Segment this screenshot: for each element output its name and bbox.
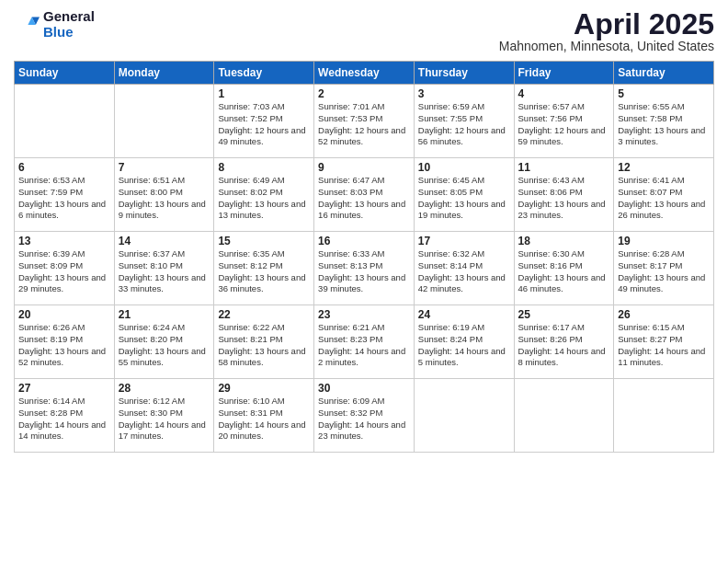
- day-number: 6: [18, 161, 110, 174]
- day-number: 7: [119, 161, 210, 174]
- logo-icon: [14, 12, 40, 38]
- day-info: Sunrise: 6:14 AMSunset: 8:28 PMDaylight:…: [18, 396, 110, 442]
- table-row: 16Sunrise: 6:33 AMSunset: 8:13 PMDayligh…: [314, 232, 415, 305]
- day-number: 11: [518, 161, 610, 174]
- col-friday: Friday: [514, 62, 614, 85]
- col-saturday: Saturday: [614, 62, 714, 85]
- logo: General Blue: [14, 9, 95, 40]
- table-row: 10Sunrise: 6:45 AMSunset: 8:05 PMDayligh…: [414, 158, 514, 232]
- logo-general: General: [43, 9, 95, 25]
- day-info: Sunrise: 6:39 AMSunset: 8:09 PMDaylight:…: [18, 248, 110, 295]
- day-number: 4: [518, 87, 610, 100]
- day-info: Sunrise: 6:10 AMSunset: 8:31 PMDaylight:…: [218, 396, 310, 442]
- day-info: Sunrise: 6:17 AMSunset: 8:26 PMDaylight:…: [518, 322, 610, 369]
- day-info: Sunrise: 6:53 AMSunset: 7:59 PMDaylight:…: [18, 175, 110, 222]
- calendar-week-5: 27Sunrise: 6:14 AMSunset: 8:28 PMDayligh…: [15, 379, 714, 453]
- col-monday: Monday: [114, 62, 214, 85]
- day-info: Sunrise: 6:35 AMSunset: 8:12 PMDaylight:…: [218, 248, 310, 295]
- day-number: 20: [18, 308, 110, 321]
- day-number: 16: [318, 235, 410, 247]
- table-row: [514, 379, 614, 453]
- table-row: 9Sunrise: 6:47 AMSunset: 8:03 PMDaylight…: [314, 158, 415, 232]
- table-row: 21Sunrise: 6:24 AMSunset: 8:20 PMDayligh…: [114, 305, 214, 379]
- table-row: 28Sunrise: 6:12 AMSunset: 8:30 PMDayligh…: [114, 379, 214, 453]
- table-row: 6Sunrise: 6:53 AMSunset: 7:59 PMDaylight…: [15, 158, 115, 232]
- day-number: 18: [518, 235, 610, 247]
- day-info: Sunrise: 6:47 AMSunset: 8:03 PMDaylight:…: [318, 175, 410, 222]
- day-info: Sunrise: 6:19 AMSunset: 8:24 PMDaylight:…: [418, 322, 510, 369]
- location-title: Mahnomen, Minnesota, United States: [499, 39, 714, 53]
- table-row: [614, 379, 714, 453]
- header: General Blue April 2025 Mahnomen, Minnes…: [14, 9, 714, 53]
- day-info: Sunrise: 6:43 AMSunset: 8:06 PMDaylight:…: [518, 175, 610, 222]
- table-row: 12Sunrise: 6:41 AMSunset: 8:07 PMDayligh…: [614, 158, 714, 232]
- day-info: Sunrise: 6:49 AMSunset: 8:02 PMDaylight:…: [218, 175, 310, 222]
- month-title: April 2025: [499, 9, 714, 39]
- day-number: 5: [618, 87, 710, 100]
- table-row: 1Sunrise: 7:03 AMSunset: 7:52 PMDaylight…: [214, 85, 314, 158]
- day-info: Sunrise: 6:30 AMSunset: 8:16 PMDaylight:…: [518, 248, 610, 295]
- day-info: Sunrise: 6:21 AMSunset: 8:23 PMDaylight:…: [318, 322, 410, 369]
- day-number: 22: [218, 308, 310, 321]
- table-row: 7Sunrise: 6:51 AMSunset: 8:00 PMDaylight…: [114, 158, 214, 232]
- table-row: 26Sunrise: 6:15 AMSunset: 8:27 PMDayligh…: [614, 305, 714, 379]
- day-info: Sunrise: 6:45 AMSunset: 8:05 PMDaylight:…: [418, 175, 510, 222]
- title-block: April 2025 Mahnomen, Minnesota, United S…: [499, 9, 714, 53]
- day-info: Sunrise: 6:37 AMSunset: 8:10 PMDaylight:…: [119, 248, 210, 295]
- day-info: Sunrise: 6:51 AMSunset: 8:00 PMDaylight:…: [119, 175, 210, 222]
- table-row: 2Sunrise: 7:01 AMSunset: 7:53 PMDaylight…: [314, 85, 415, 158]
- table-row: 15Sunrise: 6:35 AMSunset: 8:12 PMDayligh…: [214, 232, 314, 305]
- day-number: 15: [218, 235, 310, 247]
- table-row: 14Sunrise: 6:37 AMSunset: 8:10 PMDayligh…: [114, 232, 214, 305]
- day-info: Sunrise: 6:24 AMSunset: 8:20 PMDaylight:…: [119, 322, 210, 369]
- table-row: 25Sunrise: 6:17 AMSunset: 8:26 PMDayligh…: [514, 305, 614, 379]
- day-number: 17: [418, 235, 510, 247]
- table-row: [15, 85, 115, 158]
- calendar-week-4: 20Sunrise: 6:26 AMSunset: 8:19 PMDayligh…: [15, 305, 714, 379]
- logo-text: General Blue: [43, 9, 95, 40]
- day-info: Sunrise: 7:03 AMSunset: 7:52 PMDaylight:…: [218, 101, 310, 148]
- col-thursday: Thursday: [414, 62, 514, 85]
- day-info: Sunrise: 6:09 AMSunset: 8:32 PMDaylight:…: [318, 396, 410, 442]
- day-number: 3: [418, 87, 510, 100]
- col-wednesday: Wednesday: [314, 62, 415, 85]
- table-row: 3Sunrise: 6:59 AMSunset: 7:55 PMDaylight…: [414, 85, 514, 158]
- table-row: [114, 85, 214, 158]
- day-number: 1: [218, 87, 310, 100]
- day-number: 23: [318, 308, 410, 321]
- day-number: 28: [119, 382, 210, 395]
- day-number: 12: [618, 161, 710, 174]
- day-info: Sunrise: 7:01 AMSunset: 7:53 PMDaylight:…: [318, 101, 410, 148]
- day-number: 25: [518, 308, 610, 321]
- page: General Blue April 2025 Mahnomen, Minnes…: [0, 0, 728, 563]
- day-number: 24: [418, 308, 510, 321]
- day-info: Sunrise: 6:12 AMSunset: 8:30 PMDaylight:…: [119, 396, 210, 442]
- table-row: 24Sunrise: 6:19 AMSunset: 8:24 PMDayligh…: [414, 305, 514, 379]
- table-row: 4Sunrise: 6:57 AMSunset: 7:56 PMDaylight…: [514, 85, 614, 158]
- col-tuesday: Tuesday: [214, 62, 314, 85]
- table-row: 11Sunrise: 6:43 AMSunset: 8:06 PMDayligh…: [514, 158, 614, 232]
- calendar-week-1: 1Sunrise: 7:03 AMSunset: 7:52 PMDaylight…: [15, 85, 714, 158]
- calendar-week-3: 13Sunrise: 6:39 AMSunset: 8:09 PMDayligh…: [15, 232, 714, 305]
- day-info: Sunrise: 6:22 AMSunset: 8:21 PMDaylight:…: [218, 322, 310, 369]
- day-info: Sunrise: 6:28 AMSunset: 8:17 PMDaylight:…: [618, 248, 710, 295]
- day-info: Sunrise: 6:57 AMSunset: 7:56 PMDaylight:…: [518, 101, 610, 148]
- table-row: 5Sunrise: 6:55 AMSunset: 7:58 PMDaylight…: [614, 85, 714, 158]
- day-number: 13: [18, 235, 110, 247]
- table-row: 8Sunrise: 6:49 AMSunset: 8:02 PMDaylight…: [214, 158, 314, 232]
- logo-blue: Blue: [43, 25, 95, 40]
- day-number: 19: [618, 235, 710, 247]
- day-number: 2: [318, 87, 410, 100]
- day-number: 21: [119, 308, 210, 321]
- table-row: [414, 379, 514, 453]
- col-sunday: Sunday: [15, 62, 115, 85]
- day-number: 14: [119, 235, 210, 247]
- table-row: 18Sunrise: 6:30 AMSunset: 8:16 PMDayligh…: [514, 232, 614, 305]
- table-row: 20Sunrise: 6:26 AMSunset: 8:19 PMDayligh…: [15, 305, 115, 379]
- day-number: 10: [418, 161, 510, 174]
- table-row: 22Sunrise: 6:22 AMSunset: 8:21 PMDayligh…: [214, 305, 314, 379]
- day-number: 9: [318, 161, 410, 174]
- day-info: Sunrise: 6:33 AMSunset: 8:13 PMDaylight:…: [318, 248, 410, 295]
- day-info: Sunrise: 6:26 AMSunset: 8:19 PMDaylight:…: [18, 322, 110, 369]
- day-info: Sunrise: 6:55 AMSunset: 7:58 PMDaylight:…: [618, 101, 710, 148]
